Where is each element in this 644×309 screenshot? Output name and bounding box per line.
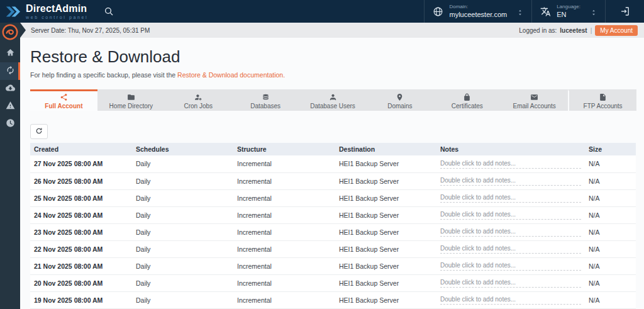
tab-email-accounts[interactable]: Email Accounts [501, 89, 568, 111]
cell-structure: Incremental [233, 274, 335, 291]
notes-editable-field[interactable]: Double click to add notes... [440, 228, 581, 237]
logout-button[interactable] [605, 0, 644, 23]
brand-tagline: web control panel [26, 15, 88, 20]
chevron-updown-icon [517, 8, 523, 15]
notes-editable-field[interactable]: Double click to add notes... [440, 279, 581, 288]
top-navbar: DirectAdmin web control panel Domain: my… [0, 0, 644, 23]
table-row: 26 Nov 2025 08:00 AMDailyIncrementalHEI1… [30, 172, 636, 189]
cell-size: N/A [585, 223, 636, 240]
clock-icon [6, 118, 15, 130]
domain-label: Domain: [449, 4, 507, 10]
cell-schedules: Daily [132, 172, 233, 189]
notes-editable-field[interactable]: Double click to add notes... [440, 194, 581, 203]
share-nodes-icon [60, 93, 68, 101]
cell-notes: Double click to add notes... [436, 189, 585, 206]
table-row: 25 Nov 2025 08:00 AMDailyIncrementalHEI1… [30, 189, 636, 206]
cell-created: 27 Nov 2025 08:00 AM [30, 155, 132, 172]
cell-notes: Double click to add notes... [436, 206, 585, 223]
refresh-icon [35, 126, 43, 137]
user-gear-icon [194, 93, 203, 101]
notes-editable-field[interactable]: Double click to add notes... [440, 177, 581, 186]
language-value: EN [557, 11, 580, 18]
directadmin-chevrons-icon [6, 5, 23, 18]
cell-size: N/A [585, 291, 636, 308]
documentation-link[interactable]: Restore & Download documentation. [177, 71, 285, 79]
cell-created: 24 Nov 2025 08:00 AM [30, 206, 132, 223]
directadmin-logo[interactable]: DirectAdmin web control panel [6, 4, 88, 20]
warning-icon [6, 101, 15, 113]
column-header-destination: Destination [335, 143, 436, 155]
column-header-schedules: Schedules [132, 143, 233, 155]
cell-structure: Incremental [233, 172, 335, 189]
table-row: 24 Nov 2025 08:00 AMDailyIncrementalHEI1… [30, 206, 636, 223]
sidebar-item-downloads[interactable] [0, 80, 20, 98]
cell-structure: Incremental [233, 206, 335, 223]
cell-notes: Double click to add notes... [436, 223, 585, 240]
cell-notes: Double click to add notes... [436, 257, 585, 274]
column-header-size: Size [585, 143, 636, 155]
cell-created: 22 Nov 2025 08:00 AM [30, 240, 132, 257]
tab-domains[interactable]: Domains [366, 89, 433, 111]
sidebar-item-restore[interactable] [0, 62, 20, 80]
column-header-structure: Structure [233, 143, 335, 155]
table-row: 21 Nov 2025 08:00 AMDailyIncrementalHEI1… [30, 257, 636, 274]
refresh-button[interactable] [30, 124, 48, 139]
my-account-button[interactable]: My Account [595, 25, 638, 36]
cell-destination: HEI1 Backup Server [335, 257, 436, 274]
lucee-logo[interactable] [2, 24, 18, 40]
sidebar-item-home[interactable] [0, 45, 20, 62]
map-pin-icon [396, 93, 404, 101]
sidebar-item-warnings[interactable] [0, 98, 20, 115]
cell-destination: HEI1 Backup Server [335, 240, 436, 257]
page-title: Restore & Download [30, 47, 636, 67]
globe-icon [433, 6, 443, 17]
folder-icon [127, 93, 135, 101]
tab-database-users[interactable]: Database Users [299, 89, 367, 111]
help-text: For help finding a specific backup, plea… [30, 71, 636, 79]
cell-created: 20 Nov 2025 08:00 AM [30, 274, 132, 291]
cell-schedules: Daily [132, 257, 233, 274]
cell-destination: HEI1 Backup Server [335, 223, 436, 240]
notes-editable-field[interactable]: Double click to add notes... [440, 245, 581, 254]
notes-editable-field[interactable]: Double click to add notes... [440, 262, 581, 271]
cell-structure: Incremental [233, 240, 335, 257]
table-row: 23 Nov 2025 08:00 AMDailyIncrementalHEI1… [30, 223, 636, 240]
tab-home-directory[interactable]: Home Directory [97, 89, 165, 111]
search-icon[interactable] [104, 6, 114, 16]
language-selector[interactable]: Language: EN [531, 0, 605, 23]
user-icon [329, 93, 337, 101]
notes-editable-field[interactable]: Double click to add notes... [440, 160, 581, 169]
cell-destination: HEI1 Backup Server [335, 274, 436, 291]
tab-label: Full Account [45, 103, 82, 110]
cell-destination: HEI1 Backup Server [335, 206, 436, 223]
cell-created: 19 Nov 2025 08:00 AM [30, 291, 132, 308]
domain-selector[interactable]: Domain: myluceetester.com [424, 0, 531, 23]
cell-structure: Incremental [233, 155, 335, 172]
sidebar-arrow-shape [20, 23, 26, 38]
cell-destination: HEI1 Backup Server [335, 189, 436, 206]
cell-notes: Double click to add notes... [436, 274, 585, 291]
tab-full-account[interactable]: Full Account [30, 89, 97, 111]
logout-icon [619, 6, 631, 17]
tab-cron-jobs[interactable]: Cron Jobs [165, 89, 232, 111]
sidebar-item-history[interactable] [0, 115, 20, 133]
file-icon [599, 93, 607, 101]
notes-editable-field[interactable]: Double click to add notes... [440, 211, 581, 220]
chevron-updown-icon [591, 8, 597, 15]
tab-ftp-accounts[interactable]: FTP Accounts [568, 89, 636, 111]
tab-certificates[interactable]: Certificates [433, 89, 501, 111]
notes-editable-field[interactable]: Double click to add notes... [440, 296, 581, 305]
cell-notes: Double click to add notes... [436, 155, 585, 172]
tab-label: Certificates [452, 103, 483, 110]
tab-label: Domains [387, 103, 412, 110]
cell-notes: Double click to add notes... [436, 172, 585, 189]
cell-schedules: Daily [132, 206, 233, 223]
tab-label: Database Users [310, 103, 355, 110]
tab-label: FTP Accounts [584, 103, 623, 110]
tab-label: Email Accounts [513, 103, 555, 110]
envelope-icon [530, 93, 538, 101]
cell-size: N/A [585, 274, 636, 291]
tab-databases[interactable]: Databases [232, 89, 299, 111]
cell-structure: Incremental [233, 291, 335, 308]
cell-structure: Incremental [233, 189, 335, 206]
